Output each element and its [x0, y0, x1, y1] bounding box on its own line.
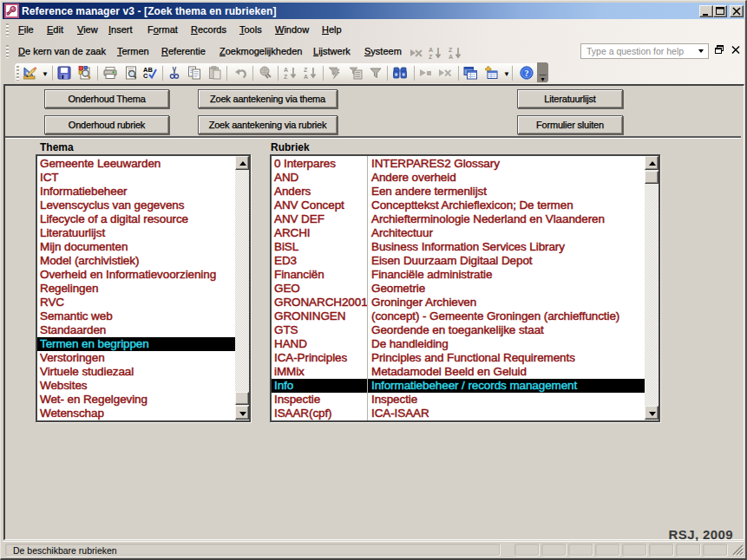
svg-text:A: A: [449, 54, 453, 60]
svg-text:Z: Z: [429, 54, 433, 60]
svg-text:A: A: [284, 67, 288, 73]
svg-text:Z: Z: [304, 67, 308, 73]
svg-text:A: A: [304, 74, 308, 80]
svg-text:Z: Z: [449, 47, 453, 53]
svg-text:A: A: [429, 47, 433, 53]
svg-text:C: C: [143, 72, 148, 80]
svg-text:Z: Z: [284, 74, 288, 80]
svg-text:?: ?: [525, 68, 529, 78]
